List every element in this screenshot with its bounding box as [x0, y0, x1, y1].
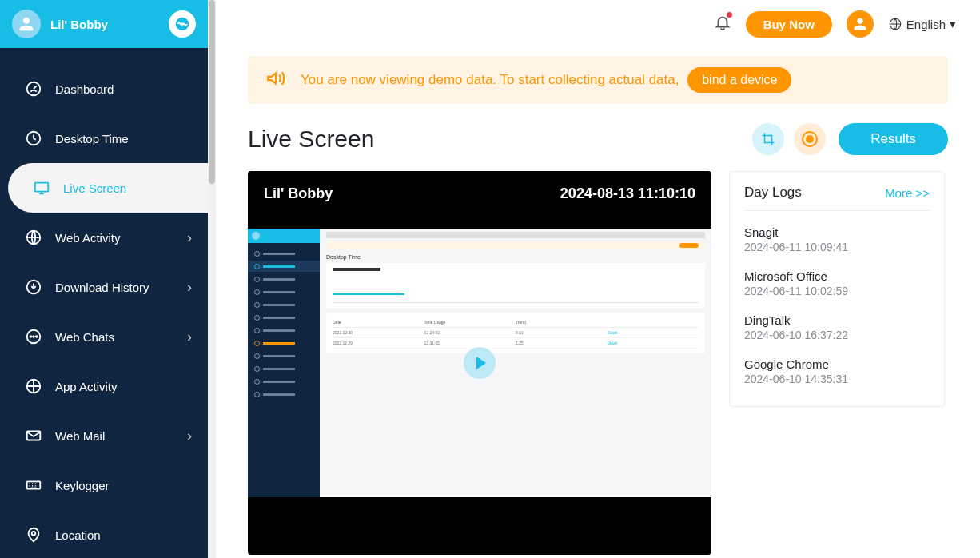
demo-banner-text: You are now viewing demo data. To start … — [301, 67, 930, 93]
sidebar-item-desktop-time[interactable]: Desktop Time — [0, 114, 208, 163]
user-avatar-button[interactable] — [847, 10, 874, 38]
log-timestamp: 2024-06-10 14:35:31 — [744, 373, 930, 385]
crop-button[interactable] — [752, 123, 784, 155]
log-app-name: Google Chrome — [744, 357, 930, 371]
sidebar-item-app-activity[interactable]: App Activity — [0, 361, 208, 411]
globe-icon — [888, 17, 902, 31]
svg-rect-3 — [35, 183, 49, 192]
sidebar-item-keylogger[interactable]: Keylogger — [0, 460, 208, 510]
svg-point-7 — [30, 336, 31, 337]
profile-avatar[interactable] — [12, 10, 41, 38]
buy-now-button[interactable]: Buy Now — [746, 11, 832, 38]
panels: Lil' Bobby 2024-08-13 11:10:10 — [248, 171, 948, 555]
page-title: Live Screen — [248, 126, 743, 153]
caret-down-icon: ▾ — [950, 17, 956, 31]
title-row: Live Screen Results — [248, 123, 948, 155]
video-profile-name: Lil' Bobby — [264, 185, 333, 202]
chevron-right-icon: › — [187, 428, 192, 444]
svg-point-9 — [36, 336, 38, 337]
sidebar-item-download-history[interactable]: Download History › — [0, 262, 208, 312]
mail-icon — [24, 426, 43, 445]
sidebar-item-location[interactable]: Location — [0, 510, 208, 558]
mini-main: Desktop Time DateTime UsageTrend 2022.12… — [320, 229, 711, 497]
play-button[interactable] — [464, 347, 496, 379]
sidebar-item-live-screen[interactable]: Live Screen — [8, 163, 208, 213]
demo-banner-message: You are now viewing demo data. To start … — [301, 72, 683, 87]
sidebar-item-label: Download History — [55, 281, 187, 294]
day-logs-header: Day Logs More >> — [744, 185, 930, 211]
profile-name: Lil' Bobby — [50, 18, 169, 31]
chat-icon — [24, 327, 43, 346]
bind-device-button[interactable]: bind a device — [687, 67, 791, 93]
chevron-right-icon: › — [187, 229, 192, 246]
more-link[interactable]: More >> — [885, 186, 930, 200]
monitor-icon — [32, 178, 51, 197]
sidebar-item-dashboard[interactable]: Dashboard — [0, 64, 208, 114]
sidebar-item-label: Desktop Time — [55, 132, 192, 145]
topbar: Buy Now English ▾ — [216, 0, 980, 48]
video-header: Lil' Bobby 2024-08-13 11:10:10 — [248, 171, 711, 212]
nav: Dashboard Desktop Time Live Screen Web A… — [0, 48, 208, 558]
scrollbar[interactable] — [208, 0, 216, 558]
sidebar-item-label: Web Mail — [55, 429, 187, 443]
globe-icon — [24, 228, 43, 247]
notification-dot-icon — [727, 12, 732, 18]
speaker-icon — [265, 68, 286, 92]
log-app-name: DingTalk — [744, 313, 930, 327]
sidebar-item-web-chats[interactable]: Web Chats › — [0, 312, 208, 361]
sidebar-item-label: Keylogger — [55, 479, 192, 492]
content: You are now viewing demo data. To start … — [216, 48, 980, 558]
clock-icon — [24, 129, 43, 148]
log-app-name: Snagit — [744, 225, 930, 239]
sidebar-item-label: Live Screen — [63, 181, 192, 195]
demo-banner: You are now viewing demo data. To start … — [248, 56, 948, 104]
download-icon — [24, 277, 43, 297]
log-item[interactable]: Microsoft Office 2024-06-11 10:02:59 — [744, 261, 930, 305]
sidebar-item-label: Dashboard — [55, 82, 192, 96]
sidebar-item-label: Web Chats — [55, 330, 187, 344]
pin-icon — [24, 525, 43, 544]
swap-profile-button[interactable] — [169, 10, 196, 38]
log-app-name: Microsoft Office — [744, 269, 930, 283]
sidebar-item-web-mail[interactable]: Web Mail › — [0, 411, 208, 460]
log-item[interactable]: Snagit 2024-06-11 10:09:41 — [744, 217, 930, 261]
day-logs-panel: Day Logs More >> Snagit 2024-06-11 10:09… — [729, 171, 945, 407]
log-timestamp: 2024-06-11 10:09:41 — [744, 241, 930, 253]
scrollbar-thumb[interactable] — [209, 0, 215, 184]
chevron-right-icon: › — [187, 279, 192, 296]
sidebar-item-label: App Activity — [55, 380, 192, 393]
day-logs-title: Day Logs — [744, 185, 802, 201]
app-icon — [24, 377, 43, 396]
gauge-icon — [24, 79, 43, 98]
record-button[interactable] — [794, 123, 826, 155]
log-item[interactable]: DingTalk 2024-06-10 16:37:22 — [744, 305, 930, 349]
svg-point-13 — [32, 532, 36, 536]
results-button[interactable]: Results — [839, 123, 948, 155]
sidebar: Lil' Bobby Dashboard Desktop Time Live S… — [0, 0, 208, 558]
sidebar-item-label: Web Activity — [55, 231, 187, 245]
log-item[interactable]: Google Chrome 2024-06-10 14:35:31 — [744, 349, 930, 393]
sidebar-header: Lil' Bobby — [0, 0, 208, 48]
sidebar-item-label: Location — [55, 528, 192, 542]
keyboard-icon — [24, 476, 43, 495]
log-timestamp: 2024-06-10 16:37:22 — [744, 329, 930, 341]
chevron-right-icon: › — [187, 329, 192, 345]
crop-icon — [761, 132, 775, 146]
record-icon — [802, 131, 818, 147]
notifications-button[interactable] — [714, 14, 731, 34]
mini-sidebar — [248, 229, 320, 497]
main: Buy Now English ▾ You are now viewing de… — [216, 0, 980, 558]
mini-page-title: Desktop Time — [326, 254, 705, 260]
video-panel: Lil' Bobby 2024-08-13 11:10:10 — [248, 171, 711, 555]
sidebar-item-web-activity[interactable]: Web Activity › — [0, 213, 208, 262]
video-timestamp: 2024-08-13 11:10:10 — [560, 185, 695, 202]
log-timestamp: 2024-06-11 10:02:59 — [744, 285, 930, 297]
language-label: English — [906, 18, 946, 31]
svg-point-8 — [33, 336, 34, 337]
language-select[interactable]: English ▾ — [888, 17, 956, 31]
